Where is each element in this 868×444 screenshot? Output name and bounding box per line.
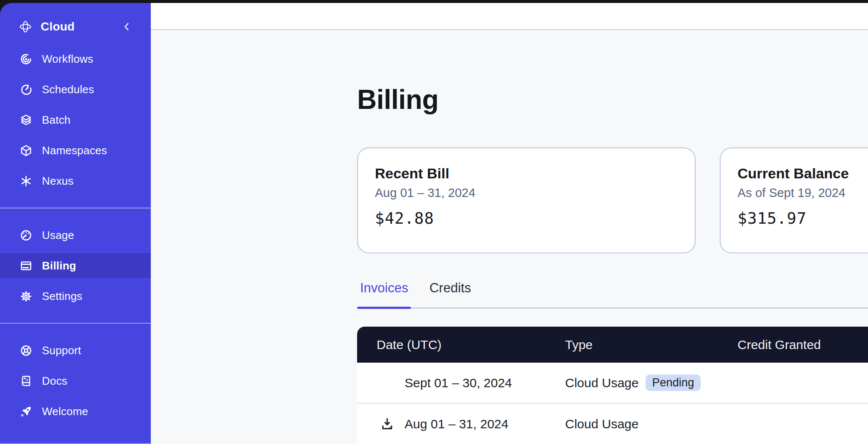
sidebar-item-billing[interactable]: Billing <box>0 250 151 281</box>
column-header-credit-granted: Credit Granted <box>738 338 868 352</box>
sidebar-item-support[interactable]: Support <box>0 335 151 366</box>
date-cell: Aug 01 – 31, 2024 <box>357 416 565 432</box>
download-invoice-button[interactable] <box>377 416 405 432</box>
main-area: Billing Recent Bill Aug 01 – 31, 2024 $4… <box>151 3 868 444</box>
tab-bar: Invoices Credits <box>357 280 868 296</box>
table-row: Sept 01 – 30, 2024Cloud UsagePending <box>357 363 868 403</box>
card-amount: $42.88 <box>375 209 678 228</box>
sidebar-divider <box>0 208 151 208</box>
sidebar-item-label: Batch <box>42 114 71 127</box>
invoice-type: Cloud Usage <box>565 376 638 390</box>
card-title: Recent Bill <box>375 165 678 182</box>
date-cell: Sept 01 – 30, 2024 <box>357 376 565 390</box>
support-lifebuoy-icon <box>19 344 33 357</box>
namespaces-cube-icon <box>19 144 33 157</box>
invoice-date: Aug 01 – 31, 2024 <box>405 417 508 431</box>
billing-card-icon <box>19 259 33 272</box>
sidebar-item-settings[interactable]: Settings <box>0 281 151 311</box>
card-subtitle: Aug 01 – 31, 2024 <box>375 186 678 200</box>
sidebar-section: SupportDocsWelcome <box>0 335 151 427</box>
page-title: Billing <box>357 86 868 113</box>
invoice-date: Sept 01 – 30, 2024 <box>405 376 512 390</box>
recent-bill-card: Recent Bill Aug 01 – 31, 2024 $42.88 <box>357 147 696 253</box>
table-row: Aug 01 – 31, 2024Cloud Usage <box>357 403 868 444</box>
invoices-table: Date (UTC) Type Credit Granted Sept 01 –… <box>357 327 868 444</box>
schedules-clock-icon <box>19 83 33 96</box>
cloud-orbit-icon <box>19 18 32 35</box>
sidebar-item-welcome[interactable]: Welcome <box>0 396 151 427</box>
sidebar-item-label: Billing <box>42 259 76 272</box>
sidebar-item-label: Usage <box>42 229 74 242</box>
nexus-asterisk-icon <box>19 175 33 188</box>
sidebar-item-usage[interactable]: Usage <box>0 220 151 250</box>
brand: Cloud <box>0 14 151 39</box>
sidebar-collapse-button[interactable] <box>121 21 132 32</box>
sidebar-section: WorkflowsSchedulesBatchNamespacesNexus <box>0 44 151 196</box>
sidebar-item-docs[interactable]: Docs <box>0 366 151 396</box>
welcome-rocket-icon <box>19 405 33 418</box>
column-header-date: Date (UTC) <box>357 338 565 352</box>
column-header-type: Type <box>565 338 738 352</box>
app-shell: Cloud WorkflowsSchedulesBatchNamespacesN… <box>0 3 868 444</box>
sidebar-item-label: Welcome <box>42 405 88 418</box>
sidebar-item-label: Namespaces <box>42 144 107 157</box>
sidebar-section: UsageBillingSettings <box>0 220 151 311</box>
type-cell: Cloud Usage <box>565 417 738 431</box>
tab-baseline <box>357 307 868 309</box>
tab-credits[interactable]: Credits <box>430 280 471 296</box>
sidebar-item-label: Workflows <box>42 53 93 66</box>
tab-invoices[interactable]: Invoices <box>360 280 408 296</box>
sidebar-item-namespaces[interactable]: Namespaces <box>0 135 151 166</box>
docs-book-icon <box>19 375 33 388</box>
sidebar: Cloud WorkflowsSchedulesBatchNamespacesN… <box>0 3 151 444</box>
sidebar-item-batch[interactable]: Batch <box>0 105 151 135</box>
content: Billing Recent Bill Aug 01 – 31, 2024 $4… <box>151 30 868 444</box>
usage-gauge-icon <box>19 229 33 242</box>
invoice-type: Cloud Usage <box>565 417 638 431</box>
table-header: Date (UTC) Type Credit Granted <box>357 327 868 363</box>
sidebar-item-label: Settings <box>42 290 83 303</box>
workflows-icon <box>19 53 33 66</box>
sidebar-item-label: Docs <box>42 375 67 388</box>
sidebar-item-schedules[interactable]: Schedules <box>0 74 151 105</box>
card-subtitle: As of Sept 19, 2024 <box>738 186 868 200</box>
table-body: Sept 01 – 30, 2024Cloud UsagePendingAug … <box>357 363 868 444</box>
download-icon <box>380 416 394 432</box>
topbar <box>151 3 868 30</box>
sidebar-item-label: Schedules <box>42 83 94 96</box>
current-balance-card: Current Balance As of Sept 19, 2024 $315… <box>720 147 868 253</box>
brand-label: Cloud <box>41 20 75 33</box>
card-amount: $315.97 <box>738 209 868 228</box>
sidebar-item-label: Support <box>42 344 81 357</box>
sidebar-item-nexus[interactable]: Nexus <box>0 166 151 196</box>
summary-cards: Recent Bill Aug 01 – 31, 2024 $42.88 Cur… <box>357 147 868 253</box>
batch-layers-icon <box>19 114 33 127</box>
sidebar-item-workflows[interactable]: Workflows <box>0 44 151 74</box>
type-cell: Cloud UsagePending <box>565 375 738 391</box>
settings-gear-icon <box>19 290 33 303</box>
active-tab-indicator <box>357 307 411 309</box>
sidebar-divider <box>0 323 151 324</box>
status-badge: Pending <box>646 375 700 391</box>
card-title: Current Balance <box>738 165 868 182</box>
sidebar-item-label: Nexus <box>42 175 74 188</box>
